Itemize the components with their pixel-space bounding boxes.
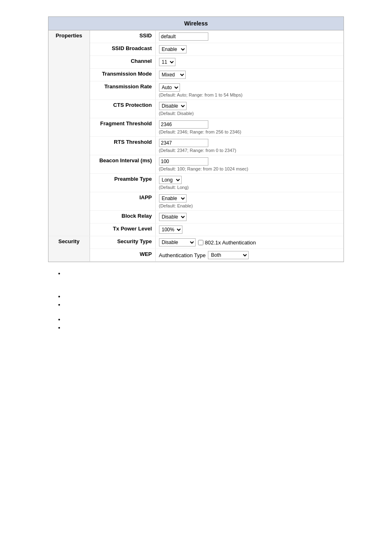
cts-protection-hint: (Default: Disable) [159, 111, 341, 116]
bullet-section-1 [48, 270, 344, 331]
ssid-value-cell [155, 30, 344, 43]
rts-threshold-input[interactable] [159, 139, 208, 147]
security-type-label: Security Type [90, 236, 155, 249]
fragment-threshold-label: Fragment Threshold [90, 118, 155, 137]
auth-type-label-text: Authentication Type [159, 252, 206, 258]
cts-protection-select[interactable]: Disable Enable Auto [159, 102, 187, 110]
ssid-broadcast-select[interactable]: Enable Disable [159, 45, 187, 53]
preamble-type-value-cell: Long Short (Default: Long) [155, 174, 344, 192]
tx-power-level-select[interactable]: 100% 75% 50% 25% 10% [159, 226, 182, 234]
wep-label: WEP [90, 249, 155, 262]
fragment-threshold-value-cell: (Default: 2346; Range: from 256 to 2346) [155, 118, 344, 137]
wep-auth-type-controls: Authentication Type Both Open System Sha… [159, 251, 341, 259]
ssid-input[interactable] [159, 32, 208, 41]
preamble-type-label: Preamble Type [90, 174, 155, 192]
bullet-item-2 [65, 293, 344, 300]
transmission-rate-row: Transmission Rate Auto 125.56 9111218 24… [48, 81, 344, 100]
bullet-item-3 [65, 302, 344, 308]
main-container: Wireless Properties SSID SSID Broadcast … [48, 16, 344, 331]
beacon-interval-value-cell: (Default: 100; Range: from 20 to 1024 ms… [155, 155, 344, 174]
ssid-broadcast-label: SSID Broadcast [90, 43, 155, 56]
bullet-group-1 [56, 270, 344, 277]
ssid-row: Properties SSID [48, 30, 344, 43]
channel-label: Channel [90, 56, 155, 69]
transmission-rate-value-cell: Auto 125.56 9111218 24364854 (Default: A… [155, 81, 344, 100]
fragment-threshold-input[interactable] [159, 120, 208, 129]
bullet-item-1 [65, 270, 344, 277]
channel-row: Channel 1234 5678 91011 121314 [48, 56, 344, 69]
security-section-label: Security [48, 236, 90, 262]
channel-value-cell: 1234 5678 91011 121314 [155, 56, 344, 69]
tx-power-level-row: Tx Power Level 100% 75% 50% 25% 10% [48, 223, 344, 236]
channel-select[interactable]: 1234 5678 91011 121314 [159, 58, 175, 66]
rts-threshold-value-cell: (Default: 2347; Range: from 0 to 2347) [155, 137, 344, 155]
block-relay-label: Block Relay [90, 211, 155, 223]
block-relay-select[interactable]: Disable Enable [159, 213, 187, 221]
ssid-label: SSID [90, 30, 155, 43]
wep-auth-type-select[interactable]: Both Open System Shared Key [208, 251, 249, 259]
rts-threshold-hint: (Default: 2347; Range: from 0 to 2347) [159, 148, 341, 153]
security-type-select[interactable]: Disable WEP WPA WPA2 WPA-Mixed [159, 238, 196, 246]
bullet-group-3 [56, 316, 344, 331]
security-type-controls: Disable WEP WPA WPA2 WPA-Mixed 802.1x Au… [159, 238, 341, 246]
ssid-broadcast-value-cell: Enable Disable [155, 43, 344, 56]
fragment-threshold-row: Fragment Threshold (Default: 2346; Range… [48, 118, 344, 137]
cts-protection-label: CTS Protection [90, 100, 155, 118]
block-relay-row: Block Relay Disable Enable [48, 211, 344, 223]
iapp-value-cell: Enable Disable (Default: Enable) [155, 192, 344, 211]
beacon-interval-hint: (Default: 100; Range: from 20 to 1024 ms… [159, 166, 341, 171]
iapp-select[interactable]: Enable Disable [159, 194, 187, 203]
cts-protection-row: CTS Protection Disable Enable Auto (Defa… [48, 100, 344, 118]
block-relay-value-cell: Disable Enable [155, 211, 344, 223]
wireless-table: Wireless Properties SSID SSID Broadcast … [48, 16, 344, 262]
cts-protection-value-cell: Disable Enable Auto (Default: Disable) [155, 100, 344, 118]
iapp-row: IAPP Enable Disable (Default: Enable) [48, 192, 344, 211]
properties-section-label: Properties [48, 30, 90, 236]
transmission-mode-value-cell: Mixed B-Only G-Only [155, 69, 344, 81]
rts-threshold-label: RTS Threshold [90, 137, 155, 155]
table-title: Wireless [48, 17, 344, 30]
wep-value-cell: Authentication Type Both Open System Sha… [155, 249, 344, 262]
wep-row: WEP Authentication Type Both Open System… [48, 249, 344, 262]
transmission-mode-row: Transmission Mode Mixed B-Only G-Only [48, 69, 344, 81]
transmission-mode-select[interactable]: Mixed B-Only G-Only [159, 71, 186, 79]
dot1x-auth-label: 802.1x Authentication [198, 240, 256, 246]
dot1x-auth-checkbox[interactable] [198, 240, 203, 245]
bullet-item-4 [65, 316, 344, 323]
security-type-row: Security Security Type Disable WEP WPA W… [48, 236, 344, 249]
iapp-label: IAPP [90, 192, 155, 211]
rts-threshold-row: RTS Threshold (Default: 2347; Range: fro… [48, 137, 344, 155]
bullet-group-2 [56, 293, 344, 308]
security-type-value-cell: Disable WEP WPA WPA2 WPA-Mixed 802.1x Au… [155, 236, 344, 249]
ssid-broadcast-row: SSID Broadcast Enable Disable [48, 43, 344, 56]
bullet-item-5 [65, 325, 344, 331]
preamble-type-hint: (Default: Long) [159, 185, 341, 190]
transmission-mode-label: Transmission Mode [90, 69, 155, 81]
transmission-rate-hint: (Default: Auto; Range: from 1 to 54 Mbps… [159, 92, 341, 97]
beacon-interval-input[interactable] [159, 157, 208, 166]
transmission-rate-label: Transmission Rate [90, 81, 155, 100]
iapp-hint: (Default: Enable) [159, 203, 341, 208]
beacon-interval-row: Beacon Interval (ms) (Default: 100; Rang… [48, 155, 344, 174]
preamble-type-row: Preamble Type Long Short (Default: Long) [48, 174, 344, 192]
tx-power-level-value-cell: 100% 75% 50% 25% 10% [155, 223, 344, 236]
tx-power-level-label: Tx Power Level [90, 223, 155, 236]
beacon-interval-label: Beacon Interval (ms) [90, 155, 155, 174]
fragment-threshold-hint: (Default: 2346; Range: from 256 to 2346) [159, 129, 341, 134]
transmission-rate-select[interactable]: Auto 125.56 9111218 24364854 [159, 83, 180, 92]
preamble-type-select[interactable]: Long Short [159, 176, 182, 184]
dot1x-auth-text: 802.1x Authentication [205, 240, 256, 246]
